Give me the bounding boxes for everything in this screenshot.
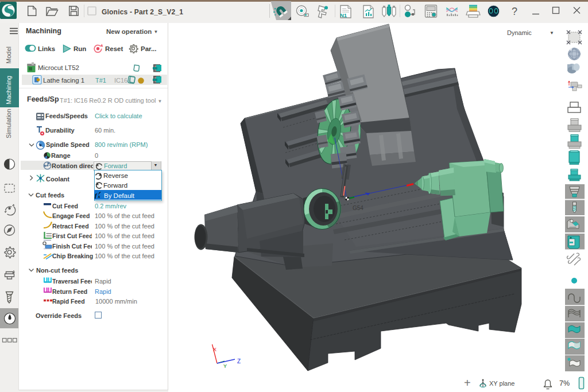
svg-text:Y: Y [223,363,227,369]
svg-text:N1: N1 [340,12,347,18]
svg-text:Z: Z [237,358,241,364]
svg-text:G54: G54 [353,205,363,211]
svg-text:X: X [213,347,216,352]
svg-text:x: x [98,194,100,199]
svg-text:f: f [95,192,98,199]
svg-text:?: ? [512,6,517,17]
